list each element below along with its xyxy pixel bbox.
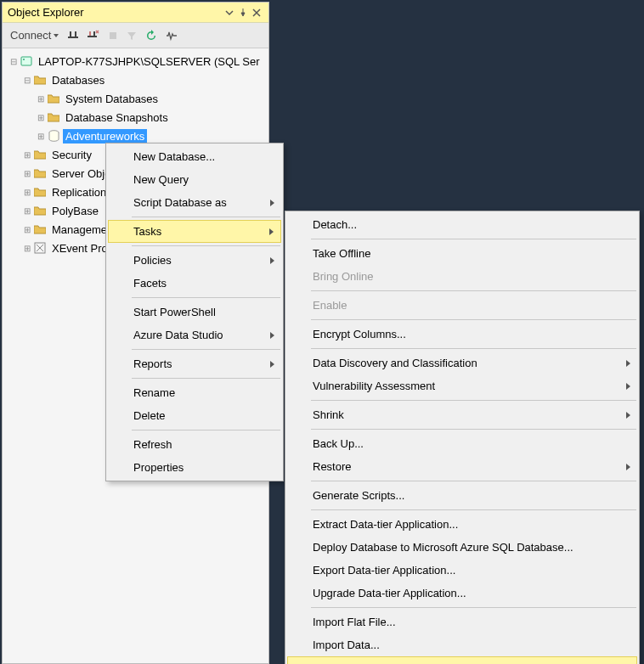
svg-rect-3 <box>89 31 91 36</box>
svg-rect-2 <box>68 37 78 38</box>
menu-detach[interactable]: Detach... <box>287 213 637 236</box>
expand-icon[interactable]: ⊞ <box>35 132 47 141</box>
menu-script-database-as[interactable]: Script Database as <box>108 191 281 214</box>
menu-separator <box>311 400 636 401</box>
context-menu-tasks: Detach... Take Offline Bring Online Enab… <box>285 211 640 664</box>
tree-label: System Databases <box>63 92 161 106</box>
folder-icon <box>33 185 47 199</box>
expand-icon[interactable]: ⊞ <box>21 169 33 178</box>
menu-new-query[interactable]: New Query <box>108 168 281 191</box>
menu-azure-data-studio[interactable]: Azure Data Studio <box>108 324 281 346</box>
tree-node-system-dbs[interactable]: ⊞ System Databases <box>4 89 267 108</box>
expand-icon[interactable]: ⊞ <box>21 150 33 160</box>
disconnect-icon[interactable] <box>65 28 82 43</box>
connect-button[interactable]: Connect <box>8 27 61 43</box>
tree-node-server[interactable]: ⊟ LAPTOP-K77SJHPK\SQLSERVER (SQL Ser <box>4 52 267 70</box>
menu-import-data[interactable]: Import Data... <box>287 633 637 656</box>
svg-rect-1 <box>75 31 76 37</box>
menu-refresh[interactable]: Refresh <box>108 433 281 456</box>
menu-data-discovery[interactable]: Data Discovery and Classification <box>287 352 637 374</box>
menu-upgrade-data-tier[interactable]: Upgrade Data-tier Application... <box>287 582 637 605</box>
menu-rename[interactable]: Rename <box>108 381 281 404</box>
server-icon <box>20 54 33 68</box>
tree-node-databases[interactable]: ⊟ Databases <box>4 70 267 89</box>
expand-icon[interactable]: ⊞ <box>21 188 33 197</box>
svg-rect-5 <box>88 36 97 37</box>
menu-separator <box>132 217 280 217</box>
menu-separator <box>311 509 636 510</box>
tree-label: Security <box>49 148 94 162</box>
tree-label: PolyBase <box>49 204 101 218</box>
filter-icon <box>124 29 139 42</box>
menu-separator <box>311 239 636 239</box>
menu-separator <box>311 429 636 430</box>
tree-label: Replication <box>49 185 109 200</box>
expand-icon[interactable]: ⊞ <box>21 206 33 216</box>
tree-label: LAPTOP-K77SJHPK\SQLSERVER (SQL Ser <box>36 54 263 69</box>
expand-icon[interactable]: ⊞ <box>35 94 47 104</box>
folder-icon <box>33 222 47 236</box>
menu-facets[interactable]: Facets <box>108 272 281 295</box>
svg-point-8 <box>23 59 25 60</box>
folder-icon <box>47 92 60 105</box>
menu-deploy-azure[interactable]: Deploy Database to Microsoft Azure SQL D… <box>287 536 637 559</box>
tree-label: Database Snapshots <box>63 110 171 125</box>
folder-icon <box>33 73 47 87</box>
menu-start-powershell[interactable]: Start PowerShell <box>108 301 281 324</box>
menu-delete[interactable]: Delete <box>108 404 281 427</box>
toolbar: Connect <box>3 23 268 48</box>
menu-vulnerability-assessment[interactable]: Vulnerability Assessment <box>287 374 637 397</box>
activity-icon[interactable] <box>163 28 180 43</box>
menu-tasks[interactable]: Tasks <box>108 220 281 243</box>
xevent-icon <box>33 241 47 255</box>
close-icon[interactable] <box>250 8 263 18</box>
pin-icon[interactable] <box>236 8 250 18</box>
disconnect-all-icon[interactable] <box>85 28 102 43</box>
collapse-icon[interactable]: ⊟ <box>8 57 20 66</box>
menu-new-database[interactable]: New Database... <box>108 145 281 168</box>
folder-icon <box>33 204 47 217</box>
folder-icon <box>47 110 60 124</box>
svg-rect-7 <box>21 57 31 65</box>
folder-icon <box>33 166 47 180</box>
context-menu-database: New Database... New Query Script Databas… <box>105 143 284 481</box>
svg-rect-4 <box>93 31 95 36</box>
dropdown-icon[interactable] <box>223 8 236 18</box>
menu-shrink[interactable]: Shrink <box>287 403 637 426</box>
menu-separator <box>311 348 636 349</box>
menu-restore[interactable]: Restore <box>287 455 637 478</box>
collapse-icon[interactable]: ⊟ <box>21 76 33 85</box>
menu-separator <box>132 378 280 379</box>
menu-take-offline[interactable]: Take Offline <box>287 242 637 265</box>
menu-separator <box>311 319 636 320</box>
database-icon <box>47 129 60 143</box>
svg-rect-0 <box>70 31 71 37</box>
menu-properties[interactable]: Properties <box>108 456 281 479</box>
tree-node-snapshots[interactable]: ⊞ Database Snapshots <box>4 108 267 127</box>
menu-import-flat-file[interactable]: Import Flat File... <box>287 611 637 633</box>
menu-extract-data-tier[interactable]: Extract Data-tier Application... <box>287 513 637 536</box>
refresh-icon[interactable] <box>143 28 160 43</box>
tree-label: Adventureworks <box>63 129 147 143</box>
menu-separator <box>311 290 636 291</box>
menu-separator <box>311 481 636 481</box>
folder-icon <box>33 148 47 161</box>
menu-generate-scripts[interactable]: Generate Scripts... <box>287 484 637 507</box>
svg-rect-6 <box>110 32 116 39</box>
expand-icon[interactable]: ⊞ <box>35 113 47 122</box>
menu-export-data-tier[interactable]: Export Data-tier Application... <box>287 559 637 582</box>
menu-policies[interactable]: Policies <box>108 249 281 272</box>
menu-separator <box>132 349 280 350</box>
menu-separator <box>132 245 280 246</box>
expand-icon[interactable]: ⊞ <box>21 225 33 234</box>
expand-icon[interactable]: ⊞ <box>21 244 33 253</box>
menu-enable: Enable <box>287 294 637 317</box>
menu-separator <box>311 607 636 608</box>
menu-export-data[interactable]: Export Data... <box>287 656 637 664</box>
menu-back-up[interactable]: Back Up... <box>287 432 637 455</box>
menu-encrypt-columns[interactable]: Encrypt Columns... <box>287 323 637 346</box>
menu-reports[interactable]: Reports <box>108 352 281 375</box>
tree-label: Databases <box>49 73 107 87</box>
panel-titlebar: Object Explorer <box>3 3 268 23</box>
panel-title: Object Explorer <box>8 6 223 19</box>
